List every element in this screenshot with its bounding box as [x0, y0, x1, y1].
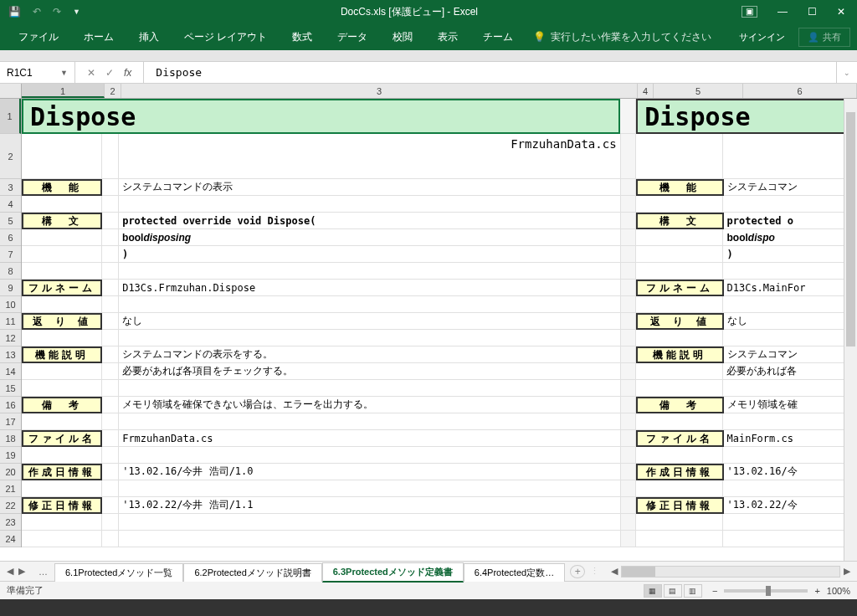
cell[interactable]	[723, 531, 857, 547]
row-header[interactable]: 8	[0, 263, 21, 280]
col-header[interactable]: 3	[121, 84, 638, 98]
cell[interactable]	[621, 430, 637, 447]
row-header[interactable]: 23	[0, 514, 21, 531]
minimize-icon[interactable]: ―	[777, 6, 788, 18]
cell[interactable]	[102, 447, 119, 464]
tab-file[interactable]: ファイル	[7, 25, 70, 49]
cell[interactable]	[22, 134, 102, 179]
cell[interactable]: 修正日情報	[636, 497, 723, 514]
cell[interactable]	[102, 229, 119, 246]
signin-button[interactable]: サインイン	[739, 31, 785, 44]
cell[interactable]: MainForm.cs	[724, 430, 858, 447]
view-normal-icon[interactable]: ▦	[644, 584, 662, 598]
cell[interactable]: '13.02.22/今井 浩司/1.1	[119, 497, 620, 514]
hscroll-left-icon[interactable]: ◀	[608, 566, 621, 577]
cell[interactable]: D13Cs.MainFor	[724, 280, 858, 296]
cell[interactable]	[723, 134, 857, 179]
cell[interactable]: メモリ領域を確	[724, 397, 858, 413]
formula-input[interactable]: Dispose	[144, 66, 836, 79]
cell[interactable]: 構 文	[636, 213, 723, 229]
cell[interactable]	[119, 296, 620, 313]
cell[interactable]	[723, 447, 857, 464]
cell[interactable]: ファイル名	[22, 430, 102, 447]
row-header[interactable]: 7	[0, 246, 21, 263]
cell[interactable]	[636, 480, 723, 497]
sheet-tab[interactable]: 6.1Protectedメソッド一覧	[54, 563, 183, 582]
cell[interactable]: bool dispo	[723, 229, 857, 246]
cell[interactable]	[102, 296, 119, 313]
sheet-nav-prev-icon[interactable]: ◀	[7, 566, 13, 577]
cell[interactable]	[636, 380, 723, 397]
row-header[interactable]: 3	[0, 179, 21, 196]
enter-formula-icon[interactable]: ✓	[105, 67, 114, 79]
hscroll-thumb[interactable]	[622, 567, 655, 577]
cell[interactable]	[723, 413, 857, 430]
cell[interactable]	[636, 296, 723, 313]
cell[interactable]: '13.02.22/今	[724, 497, 858, 514]
cell[interactable]: なし	[119, 313, 620, 330]
cell[interactable]	[621, 497, 637, 514]
cell[interactable]: 返 り 値	[636, 313, 723, 330]
cell[interactable]	[621, 213, 637, 229]
cell[interactable]	[102, 263, 119, 280]
cell[interactable]: 修正日情報	[22, 497, 102, 514]
row-header[interactable]: 5	[0, 213, 21, 229]
view-pagelayout-icon[interactable]: ▤	[664, 584, 682, 598]
cell[interactable]: 備 考	[22, 397, 102, 413]
cell[interactable]	[723, 263, 857, 280]
cell[interactable]	[636, 196, 723, 213]
new-sheet-button[interactable]: +	[570, 565, 585, 578]
cell[interactable]	[22, 330, 102, 346]
cell[interactable]	[22, 531, 102, 547]
cell[interactable]: なし	[724, 313, 858, 330]
cell[interactable]	[636, 263, 723, 280]
share-button[interactable]: 👤共有	[798, 28, 850, 47]
view-pagebreak-icon[interactable]: ▥	[684, 584, 702, 598]
row-header[interactable]: 16	[0, 397, 21, 413]
zoom-out-button[interactable]: −	[712, 586, 717, 596]
cell[interactable]	[621, 413, 637, 430]
cell[interactable]: bool disposing	[119, 229, 620, 246]
col-header[interactable]: 6	[743, 84, 857, 98]
cell[interactable]	[102, 313, 119, 330]
cell[interactable]: 備 考	[636, 397, 723, 413]
row-header[interactable]: 13	[0, 346, 21, 363]
cell[interactable]	[22, 296, 102, 313]
cell[interactable]	[723, 480, 857, 497]
cell[interactable]: システムコマンドの表示	[119, 179, 620, 196]
cell[interactable]	[621, 280, 637, 296]
cell[interactable]	[621, 480, 637, 497]
cell[interactable]	[22, 263, 102, 280]
cell[interactable]	[102, 413, 119, 430]
cell[interactable]	[636, 531, 723, 547]
cell[interactable]	[723, 380, 857, 397]
cell[interactable]	[621, 346, 637, 363]
cell[interactable]	[636, 134, 723, 179]
cell[interactable]: D13Cs.Frmzuhan.Dispose	[119, 280, 620, 296]
cell[interactable]: FrmzuhanData.cs	[119, 430, 620, 447]
hscroll-right-icon[interactable]: ▶	[840, 566, 854, 577]
save-icon[interactable]: 💾	[8, 6, 21, 18]
expand-formula-icon[interactable]: ⌄	[836, 62, 857, 83]
cell[interactable]: メモリ領域を確保できない場合は、エラーを出力する。	[119, 397, 620, 413]
cell[interactable]: 機能説明	[636, 346, 723, 363]
tell-me-input[interactable]: 実行したい作業を入力してください	[551, 30, 711, 44]
cell[interactable]: システムコマン	[724, 179, 858, 196]
insert-function-icon[interactable]: fx	[124, 67, 131, 79]
cell[interactable]	[119, 447, 620, 464]
row-header[interactable]: 9	[0, 280, 21, 296]
cell[interactable]	[102, 531, 119, 547]
cell[interactable]: 必要があれば各項目をチェックする。	[119, 363, 620, 380]
cell[interactable]	[620, 99, 636, 134]
cell[interactable]	[102, 480, 119, 497]
row-header[interactable]: 1	[0, 99, 21, 134]
cell[interactable]	[621, 296, 637, 313]
tab-insert[interactable]: 挿入	[127, 25, 171, 49]
cell[interactable]: フルネーム	[22, 280, 102, 296]
cell[interactable]	[119, 196, 620, 213]
cell[interactable]	[621, 531, 637, 547]
cell[interactable]	[22, 363, 102, 380]
sheet-nav-next-icon[interactable]: ▶	[18, 566, 25, 577]
cell[interactable]	[102, 213, 119, 229]
cell[interactable]: Dispose	[636, 99, 857, 134]
